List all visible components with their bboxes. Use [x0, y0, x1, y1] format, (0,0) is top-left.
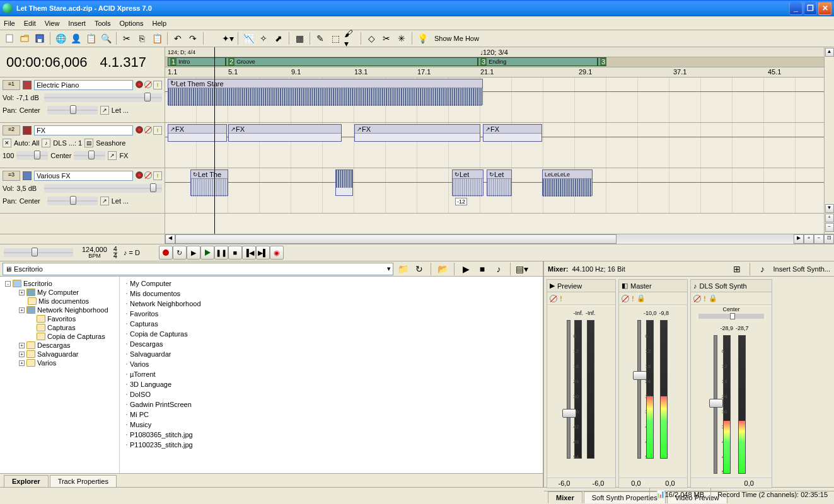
tree-item[interactable]: -Escritorio	[3, 279, 117, 288]
undo-icon[interactable]: ↶	[171, 32, 185, 45]
pause-button[interactable]: ❚❚	[214, 246, 228, 260]
track-header-1[interactable]: ≡1 Electric Piano ! Vol: -7,1 dB Pan: Ce…	[0, 77, 165, 123]
file-item[interactable]: Musicy	[125, 420, 202, 429]
beat-ruler[interactable]: 1.15.19.113.117.121.129.137.145.1	[165, 67, 824, 77]
tool-select-icon[interactable]: ✦▾	[221, 32, 235, 45]
file-item[interactable]: Descargas	[125, 340, 202, 348]
menu-file[interactable]: File	[4, 20, 15, 27]
play-button[interactable]	[200, 246, 214, 260]
solo-icon[interactable]	[144, 81, 152, 88]
tree-item[interactable]: +Network Neighborhood	[3, 306, 117, 314]
zoom-out-h-icon[interactable]: −	[814, 234, 824, 244]
mute-icon[interactable]: !	[632, 295, 634, 302]
track-number-icon[interactable]: ≡2	[3, 125, 20, 135]
auto-icon[interactable]: ✕	[3, 139, 11, 147]
tree-item[interactable]: +Salvaguardar	[3, 350, 117, 358]
zoom-out-v-icon[interactable]: −	[825, 223, 834, 232]
pan-slider[interactable]	[47, 197, 98, 205]
pan-slider[interactable]	[730, 313, 735, 319]
scroll-left-icon[interactable]: ◀	[165, 234, 175, 244]
new-icon[interactable]	[3, 32, 16, 45]
scroll-right-icon[interactable]: ▶	[794, 234, 804, 244]
fader[interactable]	[567, 320, 570, 459]
send-icon[interactable]: ↗	[100, 106, 109, 115]
solo-icon[interactable]	[550, 295, 557, 302]
record-arm-icon[interactable]	[136, 126, 143, 134]
midi-clip[interactable]: ↗ FX	[168, 124, 227, 142]
record-button[interactable]	[159, 246, 173, 260]
volume-slider[interactable]	[44, 184, 162, 193]
track-lane-2[interactable]: ↗ FX ↗ FX ↗ FX ↗ FX	[165, 123, 824, 168]
tool-brush-icon[interactable]: 🖌▾	[344, 32, 357, 45]
solo-icon[interactable]	[693, 295, 701, 302]
tool-envelope-icon[interactable]: 📉	[241, 32, 255, 45]
file-item[interactable]: Mis documentos	[125, 289, 202, 298]
fader[interactable]	[714, 335, 717, 474]
file-item[interactable]: Gadwin PrintScreen	[125, 400, 202, 409]
file-item[interactable]: Capturas	[125, 319, 202, 328]
expand-icon[interactable]: +	[19, 360, 25, 366]
tree-item[interactable]: Capturas	[3, 323, 117, 332]
maximize-button[interactable]: ❐	[804, 2, 817, 15]
file-list[interactable]: My ComputerMis documentosNetwork Neighbo…	[120, 277, 543, 466]
audio-clip[interactable]	[335, 169, 353, 196]
tab-mixer[interactable]: Mixer	[548, 491, 582, 503]
copy-icon[interactable]: ⎘	[135, 32, 149, 45]
tool-pencil-icon[interactable]: ✎	[313, 32, 327, 45]
menu-edit[interactable]: Edit	[24, 20, 36, 27]
tool-split-icon[interactable]: ✂	[379, 32, 393, 45]
dropdown-icon[interactable]: ▾	[387, 265, 391, 273]
track-name-input[interactable]: Various FX	[34, 171, 133, 181]
pan-slider[interactable]	[74, 151, 105, 160]
tree-item[interactable]: Mis documentos	[3, 297, 117, 306]
properties-icon[interactable]: 📋	[84, 32, 98, 45]
send-label[interactable]: Let ...	[112, 106, 129, 114]
file-item[interactable]: DoISO	[125, 390, 202, 399]
tempo-marker-right[interactable]: ♩120; 3/4	[480, 49, 508, 56]
preview-play-icon[interactable]: ▶	[459, 262, 473, 276]
scroll-up-icon[interactable]: ▲	[825, 48, 834, 57]
zoom-in-h-icon[interactable]: +	[804, 234, 814, 244]
expand-icon[interactable]: +	[19, 290, 25, 295]
fx-label[interactable]: FX	[119, 152, 128, 159]
track-name-input[interactable]: FX	[34, 125, 133, 135]
region-marker[interactable]: 1Intro	[168, 57, 226, 66]
tree-item[interactable]: Favoritos	[3, 314, 117, 323]
file-item[interactable]: Salvaguardar	[125, 350, 202, 358]
menu-view[interactable]: View	[45, 20, 60, 27]
tree-item[interactable]: +My Computer	[3, 288, 117, 297]
file-item[interactable]: My Computer	[125, 279, 202, 288]
mute-icon[interactable]: !	[153, 126, 162, 135]
fader-handle[interactable]	[709, 399, 723, 408]
track-lane-1[interactable]: ↻ Let Them Stare	[165, 77, 824, 123]
tempo-ruler[interactable]: 124; D; 4/4 ♩120; 3/4	[165, 47, 824, 57]
tree-item[interactable]: +Descargas	[3, 341, 117, 350]
record-arm-icon[interactable]	[136, 81, 143, 88]
record-arm-icon[interactable]	[136, 171, 143, 179]
stop-button[interactable]: ■	[228, 246, 242, 260]
playback-cursor[interactable]	[214, 47, 215, 234]
time-signature[interactable]: 44	[113, 246, 117, 260]
loop-button[interactable]: ↻	[173, 246, 187, 260]
audio-clip[interactable]: ↻ Let	[487, 169, 512, 196]
play-start-button[interactable]: ▶	[187, 246, 200, 260]
menu-help[interactable]: Help	[152, 20, 166, 27]
mute-icon[interactable]: !	[704, 295, 706, 302]
menu-tools[interactable]: Tools	[95, 20, 111, 27]
file-item[interactable]: P1100235_stitch.jpg	[125, 440, 202, 449]
fader[interactable]	[637, 320, 641, 459]
metronome-button[interactable]: ◉	[270, 246, 284, 260]
volume-slider[interactable]	[44, 93, 162, 102]
preview-stop-icon[interactable]: ■	[475, 262, 489, 276]
auto-preview-icon[interactable]: ♪	[492, 262, 506, 276]
tool-arrow-icon[interactable]: ⬈	[272, 32, 286, 45]
expand-icon[interactable]: -	[5, 281, 11, 287]
open-icon[interactable]	[18, 32, 32, 45]
end-marker[interactable]: 3	[598, 57, 606, 66]
tool-section-icon[interactable]: ✧	[257, 32, 270, 45]
path-combo[interactable]: 🖥 Escritorio ▾	[3, 263, 393, 275]
mute-icon[interactable]: !	[153, 171, 162, 180]
tool-snap-icon[interactable]: ▦	[292, 32, 306, 45]
menu-insert[interactable]: Insert	[68, 20, 86, 27]
go-end-button[interactable]: ▶▌	[256, 246, 270, 260]
